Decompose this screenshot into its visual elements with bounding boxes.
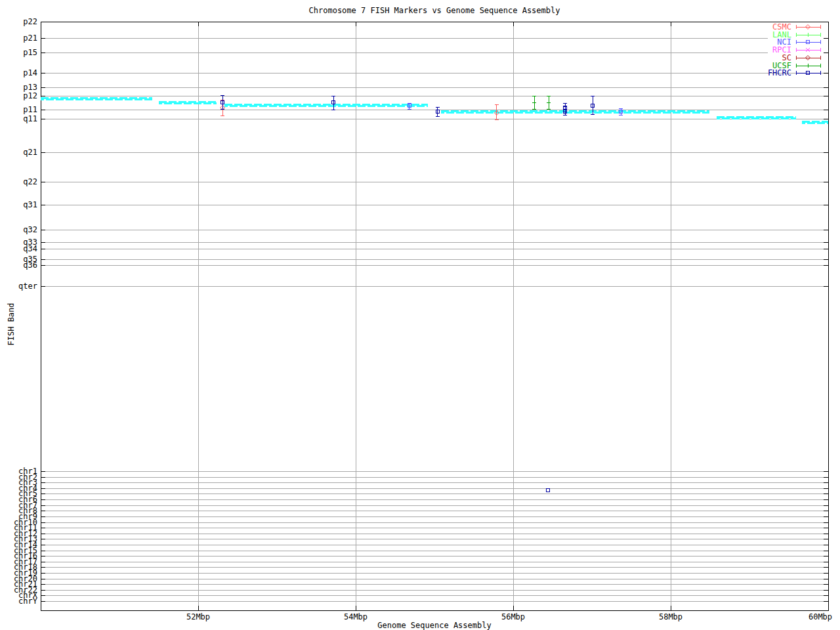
- plot-border: [41, 22, 828, 610]
- legend-label-fhcrc: FHCRC: [768, 68, 791, 77]
- band-tick-label: q34: [23, 244, 37, 253]
- band-tick-label: p15: [23, 48, 37, 57]
- band-tick-label: p12: [23, 91, 37, 100]
- band-tick-label: q11: [23, 114, 37, 123]
- chart-title: Chromosome 7 FISH Markers vs Genome Sequ…: [41, 6, 828, 15]
- band-tick-label: p14: [23, 68, 37, 77]
- band-tick-label: q31: [23, 200, 37, 209]
- fish-plot-canvas: p22p21p15p14p13p12p11q11q21q22q31q32q33q…: [0, 0, 840, 630]
- band-tick-label: q22: [23, 177, 37, 186]
- band-tick-label: qter: [18, 282, 37, 291]
- x-axis-label: Genome Sequence Assembly: [41, 621, 828, 630]
- band-tick-label: q21: [23, 148, 37, 157]
- band-tick-label: p11: [23, 105, 37, 114]
- x-tick-label: 60Mbp: [808, 612, 832, 621]
- x-tick-label: 54Mbp: [344, 612, 368, 621]
- x-tick-label: 56Mbp: [501, 612, 525, 621]
- chart-page: p22p21p15p14p13p12p11q11q21q22q31q32q33q…: [0, 0, 840, 630]
- y-axis-label: FISH Band: [7, 295, 16, 354]
- band-tick-label: q36: [23, 261, 37, 270]
- x-tick-label: 58Mbp: [659, 612, 682, 621]
- band-tick-label: p22: [23, 17, 37, 26]
- chromosome-tick-label: chrY: [18, 597, 38, 606]
- x-tick-label: 52Mbp: [186, 612, 210, 621]
- band-tick-label: q32: [23, 225, 37, 234]
- band-tick-label: p13: [23, 83, 37, 92]
- band-tick-label: p21: [23, 33, 37, 43]
- marker-square: [546, 489, 549, 492]
